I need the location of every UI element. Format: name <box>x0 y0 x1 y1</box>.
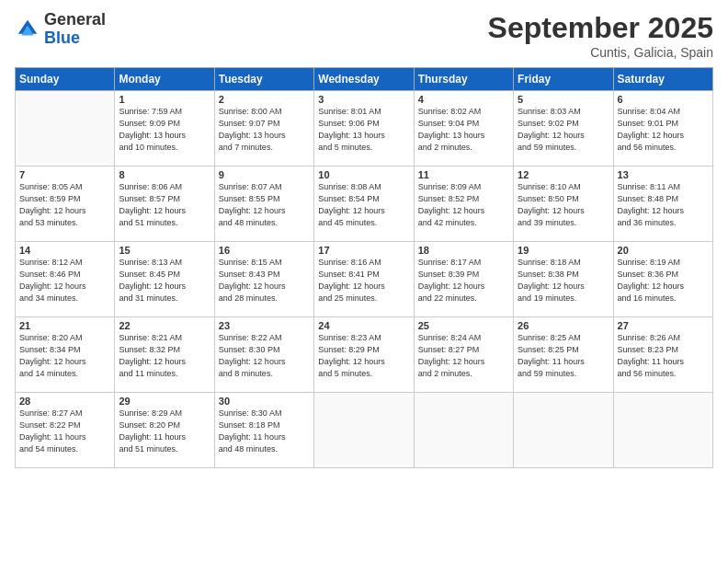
page: General Blue September 2025 Cuntis, Gali… <box>0 0 728 563</box>
location: Cuntis, Galicia, Spain <box>488 45 713 60</box>
day-number: 15 <box>119 245 210 256</box>
day-number: 30 <box>219 396 310 407</box>
day-number: 12 <box>518 169 609 180</box>
calendar-cell: 27Sunrise: 8:26 AMSunset: 8:23 PMDayligh… <box>613 317 712 393</box>
cell-info: Sunrise: 8:08 AMSunset: 8:54 PMDaylight:… <box>318 181 409 229</box>
day-number: 6 <box>618 94 709 105</box>
cell-info: Sunrise: 8:23 AMSunset: 8:29 PMDaylight:… <box>318 332 409 380</box>
cell-info: Sunrise: 8:18 AMSunset: 8:38 PMDaylight:… <box>518 257 609 304</box>
calendar-cell: 1Sunrise: 7:59 AMSunset: 9:09 PMDaylight… <box>115 91 214 167</box>
day-number: 19 <box>518 245 609 256</box>
calendar-cell: 8Sunrise: 8:06 AMSunset: 8:57 PMDaylight… <box>115 167 214 242</box>
logo-general: General <box>44 11 106 29</box>
calendar-cell: 28Sunrise: 8:27 AMSunset: 8:22 PMDayligh… <box>16 393 115 468</box>
cell-info: Sunrise: 8:19 AMSunset: 8:36 PMDaylight:… <box>618 257 709 304</box>
logo: General Blue <box>15 11 106 48</box>
header-monday: Monday <box>115 68 214 91</box>
cell-info: Sunrise: 8:25 AMSunset: 8:25 PMDaylight:… <box>518 332 609 380</box>
calendar-cell: 2Sunrise: 8:00 AMSunset: 9:07 PMDaylight… <box>214 91 313 167</box>
cell-info: Sunrise: 8:27 AMSunset: 8:22 PMDaylight:… <box>19 408 110 455</box>
calendar-cell: 18Sunrise: 8:17 AMSunset: 8:39 PMDayligh… <box>414 242 513 317</box>
calendar-cell <box>514 393 613 468</box>
cell-info: Sunrise: 8:06 AMSunset: 8:57 PMDaylight:… <box>119 181 210 229</box>
day-number: 20 <box>618 245 709 256</box>
calendar-cell <box>16 91 115 167</box>
day-number: 1 <box>119 94 210 105</box>
header: General Blue September 2025 Cuntis, Gali… <box>15 11 713 60</box>
calendar-cell: 26Sunrise: 8:25 AMSunset: 8:25 PMDayligh… <box>514 317 613 393</box>
logo-icon <box>15 17 40 42</box>
day-number: 26 <box>518 320 609 331</box>
cell-info: Sunrise: 8:16 AMSunset: 8:41 PMDaylight:… <box>318 257 409 304</box>
cell-info: Sunrise: 8:30 AMSunset: 8:18 PMDaylight:… <box>219 408 310 455</box>
day-number: 17 <box>318 245 409 256</box>
week-row-2: 14Sunrise: 8:12 AMSunset: 8:46 PMDayligh… <box>16 242 713 317</box>
calendar-cell: 12Sunrise: 8:10 AMSunset: 8:50 PMDayligh… <box>514 167 613 242</box>
calendar-cell: 13Sunrise: 8:11 AMSunset: 8:48 PMDayligh… <box>613 167 712 242</box>
logo-blue: Blue <box>44 29 106 48</box>
month-title: September 2025 <box>488 11 713 45</box>
week-row-4: 28Sunrise: 8:27 AMSunset: 8:22 PMDayligh… <box>16 393 713 468</box>
day-number: 9 <box>219 169 310 180</box>
calendar-cell: 14Sunrise: 8:12 AMSunset: 8:46 PMDayligh… <box>16 242 115 317</box>
day-number: 28 <box>19 396 110 407</box>
cell-info: Sunrise: 8:24 AMSunset: 8:27 PMDaylight:… <box>418 332 509 380</box>
cell-info: Sunrise: 8:07 AMSunset: 8:55 PMDaylight:… <box>219 181 310 229</box>
calendar-cell <box>613 393 712 468</box>
logo-text: General Blue <box>44 11 106 48</box>
day-number: 8 <box>119 169 210 180</box>
calendar-cell: 4Sunrise: 8:02 AMSunset: 9:04 PMDaylight… <box>414 91 513 167</box>
header-row: Sunday Monday Tuesday Wednesday Thursday… <box>16 68 713 91</box>
calendar-cell: 21Sunrise: 8:20 AMSunset: 8:34 PMDayligh… <box>16 317 115 393</box>
calendar-body: 1Sunrise: 7:59 AMSunset: 9:09 PMDaylight… <box>16 91 713 468</box>
calendar-cell: 6Sunrise: 8:04 AMSunset: 9:01 PMDaylight… <box>613 91 712 167</box>
cell-info: Sunrise: 8:12 AMSunset: 8:46 PMDaylight:… <box>19 257 110 304</box>
header-saturday: Saturday <box>613 68 712 91</box>
cell-info: Sunrise: 8:29 AMSunset: 8:20 PMDaylight:… <box>119 408 210 455</box>
calendar-cell: 16Sunrise: 8:15 AMSunset: 8:43 PMDayligh… <box>214 242 313 317</box>
day-number: 27 <box>618 320 709 331</box>
week-row-1: 7Sunrise: 8:05 AMSunset: 8:59 PMDaylight… <box>16 167 713 242</box>
day-number: 4 <box>418 94 509 105</box>
cell-info: Sunrise: 8:01 AMSunset: 9:06 PMDaylight:… <box>318 106 409 154</box>
day-number: 23 <box>219 320 310 331</box>
day-number: 7 <box>19 169 110 180</box>
calendar-cell: 25Sunrise: 8:24 AMSunset: 8:27 PMDayligh… <box>414 317 513 393</box>
calendar-cell: 17Sunrise: 8:16 AMSunset: 8:41 PMDayligh… <box>314 242 414 317</box>
header-wednesday: Wednesday <box>314 68 414 91</box>
cell-info: Sunrise: 8:21 AMSunset: 8:32 PMDaylight:… <box>119 332 210 380</box>
calendar-header: Sunday Monday Tuesday Wednesday Thursday… <box>16 68 713 91</box>
cell-info: Sunrise: 8:20 AMSunset: 8:34 PMDaylight:… <box>19 332 110 380</box>
cell-info: Sunrise: 8:03 AMSunset: 9:02 PMDaylight:… <box>518 106 609 154</box>
header-thursday: Thursday <box>414 68 513 91</box>
day-number: 10 <box>318 169 409 180</box>
calendar: Sunday Monday Tuesday Wednesday Thursday… <box>15 67 713 468</box>
cell-info: Sunrise: 8:15 AMSunset: 8:43 PMDaylight:… <box>219 257 310 304</box>
day-number: 11 <box>418 169 509 180</box>
day-number: 21 <box>19 320 110 331</box>
cell-info: Sunrise: 8:13 AMSunset: 8:45 PMDaylight:… <box>119 257 210 304</box>
day-number: 16 <box>219 245 310 256</box>
title-section: September 2025 Cuntis, Galicia, Spain <box>488 11 713 60</box>
calendar-cell: 5Sunrise: 8:03 AMSunset: 9:02 PMDaylight… <box>514 91 613 167</box>
calendar-cell: 19Sunrise: 8:18 AMSunset: 8:38 PMDayligh… <box>514 242 613 317</box>
calendar-cell: 24Sunrise: 8:23 AMSunset: 8:29 PMDayligh… <box>314 317 414 393</box>
cell-info: Sunrise: 8:00 AMSunset: 9:07 PMDaylight:… <box>219 106 310 154</box>
day-number: 24 <box>318 320 409 331</box>
day-number: 3 <box>318 94 409 105</box>
day-number: 25 <box>418 320 509 331</box>
calendar-cell: 7Sunrise: 8:05 AMSunset: 8:59 PMDaylight… <box>16 167 115 242</box>
calendar-cell: 30Sunrise: 8:30 AMSunset: 8:18 PMDayligh… <box>214 393 313 468</box>
cell-info: Sunrise: 8:17 AMSunset: 8:39 PMDaylight:… <box>418 257 509 304</box>
cell-info: Sunrise: 8:05 AMSunset: 8:59 PMDaylight:… <box>19 181 110 229</box>
day-number: 14 <box>19 245 110 256</box>
calendar-cell <box>414 393 513 468</box>
cell-info: Sunrise: 8:11 AMSunset: 8:48 PMDaylight:… <box>618 181 709 229</box>
day-number: 29 <box>119 396 210 407</box>
day-number: 5 <box>518 94 609 105</box>
day-number: 22 <box>119 320 210 331</box>
calendar-cell: 10Sunrise: 8:08 AMSunset: 8:54 PMDayligh… <box>314 167 414 242</box>
week-row-3: 21Sunrise: 8:20 AMSunset: 8:34 PMDayligh… <box>16 317 713 393</box>
cell-info: Sunrise: 8:26 AMSunset: 8:23 PMDaylight:… <box>618 332 709 380</box>
calendar-cell: 9Sunrise: 8:07 AMSunset: 8:55 PMDaylight… <box>214 167 313 242</box>
